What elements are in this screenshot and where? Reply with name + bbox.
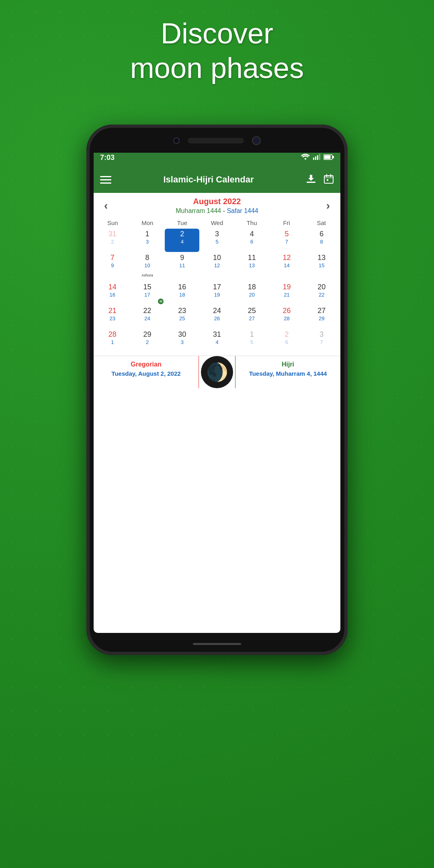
hero-text: Discover moon phases [0,16,434,86]
calendar-today-icon[interactable] [323,174,334,186]
greg-day: 20 [317,283,326,292]
camera-dot [252,136,261,145]
calendar-day-33[interactable]: 26 [270,329,304,352]
calendar-day-26[interactable]: 2628 [270,305,304,329]
calendar-day-18[interactable]: 1820 [235,282,269,305]
hijri-day: 22 [319,292,324,298]
hijri-day: 5 [215,239,218,245]
calendar-container: ‹ August 2022 Muharram 1444 - Safar 1444… [94,193,340,388]
calendar-day-8[interactable]: 810Ashura [130,252,165,276]
month-nav: ‹ August 2022 Muharram 1444 - Safar 1444… [94,193,340,216]
hijri-day: 14 [284,262,289,269]
calendar-day-21[interactable]: 2123 [95,305,130,329]
calendar-day-32[interactable]: 15 [235,329,269,352]
calendar-day-11[interactable]: 1113 [235,252,269,281]
calendar-day-19[interactable]: 1921 [270,282,304,305]
svg-rect-7 [307,182,315,183]
hijri-day: 5 [250,339,253,346]
greg-day: 3 [319,330,323,339]
day-header-sun: Sun [95,218,130,228]
calendar-grid: 31213243546576879810Ashura91110121113121… [94,228,340,353]
phone-top-bar [86,125,348,153]
hijri-day: 2 [111,239,114,245]
calendar-day-24[interactable]: 2426 [200,305,234,329]
hero-line2: moon phases [0,51,434,85]
calendar-day-1[interactable]: 13 [130,229,165,252]
calendar-day-17[interactable]: 1719 [200,282,234,305]
calendar-day-6[interactable]: 68 [304,229,339,252]
prev-month-button[interactable]: ‹ [100,198,112,214]
calendar-day-12[interactable]: 1214 [270,252,304,281]
calendar-day-20[interactable]: 2022 [304,282,339,305]
greg-day: 26 [283,307,291,315]
day-header-tue: Tue [165,218,200,228]
battery-icon [323,154,334,162]
calendar-day-23[interactable]: 2325 [165,305,199,329]
download-icon[interactable] [306,174,316,186]
bottom-gregorian: Gregorian Tuesday, August 2, 2022 [94,356,199,388]
hijri-day: 13 [249,262,254,269]
calendar-day-27[interactable]: 2729 [304,305,339,329]
hijri-day: 24 [144,315,150,322]
greg-day: 21 [108,307,117,315]
hijri-day: 26 [214,315,220,322]
svg-rect-1 [315,156,316,160]
app-bar: Islamic-Hijri Calendar [94,166,340,193]
calendar-day-14[interactable]: 1416 [95,282,130,305]
calendar-day-15[interactable]: 1517H [130,282,165,305]
moon-icon-container: 🌒 [199,356,235,388]
hijri-date: Tuesday, Muharram 4, 1444 [240,370,336,378]
hijri-day: 28 [284,315,289,322]
calendar-day-34[interactable]: 37 [304,329,339,352]
calendar-day-31[interactable]: 314 [200,329,234,352]
calendar-day-13[interactable]: 1315 [304,252,339,281]
calendar-day-0[interactable]: 312 [95,229,130,252]
hamburger-menu[interactable] [100,176,111,184]
phone-bottom-bar [86,633,348,655]
day-header-mon: Mon [130,218,165,228]
hijri-day: 7 [320,339,323,346]
hijri-day: 18 [179,292,185,298]
calendar-day-25[interactable]: 2527 [235,305,269,329]
hijri-day: 16 [110,292,115,298]
calendar-day-3[interactable]: 35 [200,229,234,252]
hijri-day: 12 [214,262,220,269]
greg-day: 24 [213,307,221,315]
calendar-day-10[interactable]: 1012 [200,252,234,281]
calendar-day-16[interactable]: 1618 [165,282,199,305]
wifi-icon [301,154,310,162]
bottom-panel: Gregorian Tuesday, August 2, 2022 🌒 Hijr… [94,356,340,388]
hijri-day: 4 [181,239,184,245]
calendar-day-22[interactable]: 2224 [130,305,165,329]
hijri-day: 10 [144,262,150,269]
hijri-day: 4 [215,339,218,346]
svg-rect-3 [319,154,320,160]
ashura-label: Ashura [141,273,154,277]
hamburger-line3 [100,182,111,184]
calendar-day-2[interactable]: 24 [165,229,199,252]
greg-day: 2 [180,230,184,239]
calendar-day-4[interactable]: 46 [235,229,269,252]
calendar-day-7[interactable]: 79 [95,252,130,281]
calendar-day-30[interactable]: 303 [165,329,199,352]
svg-rect-12 [327,179,328,181]
greg-day: 1 [250,330,254,339]
calendar-day-9[interactable]: 911 [165,252,199,281]
phone-screen: 7:03 [94,149,340,633]
calendar-day-5[interactable]: 57 [270,229,304,252]
hijri-muharram: Muharram 1444 [176,207,221,214]
next-month-button[interactable]: › [322,198,334,214]
calendar-day-29[interactable]: 292 [130,329,165,352]
greg-day: 16 [178,283,186,292]
hijri-day: 25 [179,315,185,322]
day-headers: Sun Mon Tue Wed Thu Fri Sat [94,216,340,228]
greg-day: 25 [248,307,256,315]
greg-day: 14 [108,283,117,292]
greg-day: 19 [283,283,291,292]
hijri-day: 21 [284,292,289,298]
hijri-safar: Safar 1444 [227,207,258,214]
greg-day: 4 [250,230,254,239]
calendar-day-28[interactable]: 281 [95,329,130,352]
svg-rect-5 [324,155,331,159]
greg-day: 15 [143,283,151,292]
